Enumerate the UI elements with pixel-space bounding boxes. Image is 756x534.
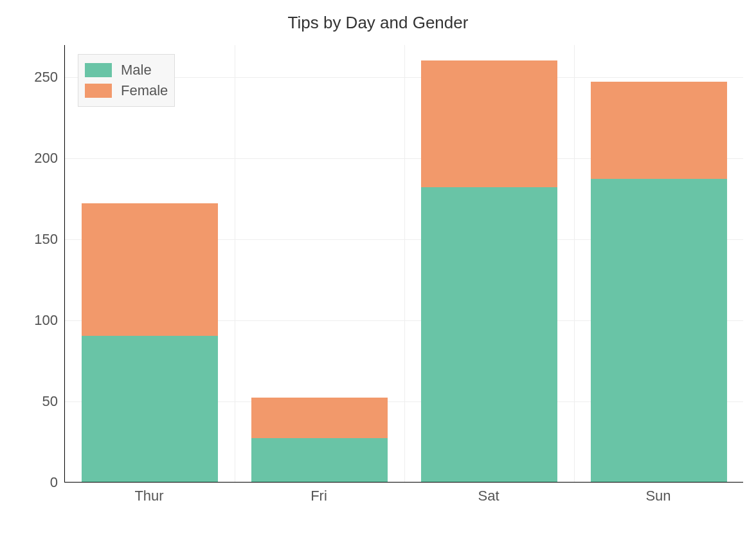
y-tick-label: 100 xyxy=(6,312,58,329)
bar-segment-male[interactable] xyxy=(251,438,387,482)
bar-segment-female[interactable] xyxy=(251,398,387,438)
bar-group xyxy=(421,60,557,482)
legend-label: Female xyxy=(121,82,168,99)
bar-segment-male[interactable] xyxy=(591,179,726,482)
bar-group xyxy=(591,82,726,482)
y-tick-label: 250 xyxy=(6,69,58,86)
legend-swatch xyxy=(85,63,112,77)
y-tick-label: 50 xyxy=(6,393,58,410)
y-tick-label: 0 xyxy=(6,474,58,491)
chart-container: Tips by Day and Gender MaleFemale xyxy=(0,0,756,534)
gridline-vertical xyxy=(574,45,575,482)
x-tick-label: Fri xyxy=(310,488,327,504)
legend-item[interactable]: Female xyxy=(85,80,168,101)
plot-area: MaleFemale xyxy=(64,45,743,483)
bar-segment-male[interactable] xyxy=(421,187,557,482)
x-tick-label: Thur xyxy=(134,488,163,504)
chart-title: Tips by Day and Gender xyxy=(0,13,756,33)
bar-segment-female[interactable] xyxy=(591,82,726,179)
bar-group xyxy=(82,203,217,482)
legend-label: Male xyxy=(121,62,152,78)
gridline-vertical xyxy=(235,45,235,482)
y-tick-label: 150 xyxy=(6,231,58,248)
legend: MaleFemale xyxy=(78,54,175,107)
x-tick-label: Sun xyxy=(645,488,670,504)
y-tick-label: 200 xyxy=(6,150,58,167)
bar-segment-male[interactable] xyxy=(82,336,217,482)
legend-item[interactable]: Male xyxy=(85,60,168,80)
legend-swatch xyxy=(85,84,112,98)
x-tick-label: Sat xyxy=(478,488,499,504)
bar-segment-female[interactable] xyxy=(421,60,557,187)
bar-group xyxy=(251,398,387,482)
gridline-vertical xyxy=(404,45,405,482)
bar-segment-female[interactable] xyxy=(82,203,217,336)
